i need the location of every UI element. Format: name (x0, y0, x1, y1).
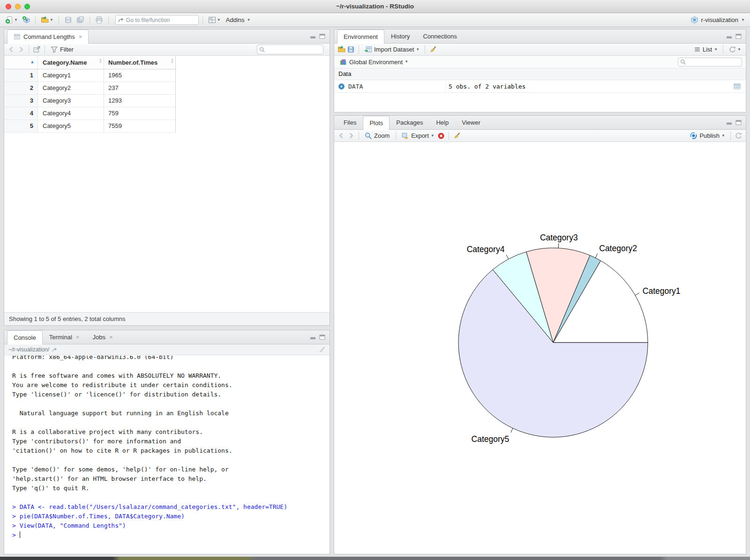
next-plot-icon[interactable] (347, 132, 355, 140)
share-arrow-icon[interactable] (52, 347, 58, 353)
broom-icon[interactable] (429, 45, 437, 53)
column-header[interactable]: Category.Name▲▼ (38, 56, 104, 69)
previous-plot-icon[interactable] (338, 132, 345, 140)
data-grid-icon[interactable] (733, 82, 741, 90)
category-cell: Category3 (38, 95, 104, 107)
pie-label-tick (511, 428, 513, 433)
console-line: > DATA <- read.table("/Users/lsalazar/co… (12, 502, 330, 512)
tab-label: Jobs (92, 331, 105, 344)
open-file-button[interactable]: ▼ (39, 15, 55, 25)
maximize-pane-icon[interactable] (319, 335, 325, 340)
remove-plot-icon[interactable] (437, 132, 445, 140)
broom-icon[interactable] (318, 346, 325, 353)
console-line: You are welcome to redistribute it under… (12, 381, 330, 390)
close-tab-icon[interactable]: × (109, 331, 113, 344)
table-row[interactable]: 3 Category3 1293 (4, 95, 176, 107)
viewer-search-box (257, 45, 323, 54)
environment-object-row[interactable]: DATA 5 obs. of 2 variables (334, 80, 746, 93)
tab-viewer[interactable]: Viewer (455, 116, 487, 129)
filter-button[interactable]: Filter (49, 45, 76, 54)
tab-label: Plots (369, 117, 383, 130)
search-icon (680, 59, 686, 65)
close-tab-icon[interactable]: × (79, 30, 82, 44)
minimize-pane-icon[interactable] (310, 34, 316, 39)
viewer-search-input[interactable] (265, 46, 323, 53)
table-row[interactable]: 1 Category1 1965 (4, 69, 176, 82)
save-button[interactable] (63, 15, 74, 25)
print-button[interactable] (94, 15, 105, 25)
goto-file-box (115, 15, 199, 25)
environment-search-input[interactable] (686, 59, 742, 65)
popout-icon[interactable] (33, 45, 41, 53)
console-output[interactable]: Platform: x86_64-apple-darwin13.6.0 (64-… (4, 356, 330, 554)
publish-icon (690, 132, 698, 140)
import-dataset-button[interactable]: Import Dataset ▼ (363, 45, 421, 54)
refresh-env-button[interactable]: ▼ (727, 45, 742, 54)
export-plot-button[interactable]: Export ▼ (400, 131, 436, 141)
pie-slice-label: Category5 (472, 434, 510, 444)
category-cell: Category2 (38, 82, 104, 94)
tab-help[interactable]: Help (429, 116, 455, 129)
minimize-pane-icon[interactable] (726, 34, 732, 39)
new-project-button[interactable]: R (21, 15, 31, 25)
column-header[interactable]: Number.of.Times▲▼ (104, 56, 176, 69)
import-dataset-icon (364, 45, 372, 53)
sort-icons: ▲▼ (99, 58, 102, 64)
console-line: 'help.start()' for an HTML browser inter… (12, 474, 330, 484)
maximize-pane-icon[interactable] (735, 34, 742, 39)
tab-command-lengths[interactable]: Command Lengths × (7, 30, 89, 44)
table-row[interactable]: 5 Category5 7559 (4, 120, 176, 133)
tab-jobs[interactable]: Jobs× (86, 330, 119, 344)
category-cell: Category1 (38, 69, 104, 82)
zoom-plot-button[interactable]: Zoom (363, 131, 392, 141)
goto-file-input[interactable] (126, 17, 192, 23)
new-file-button[interactable]: ▼ (4, 15, 19, 25)
list-view-button[interactable]: List ▼ (692, 45, 719, 54)
close-tab-icon[interactable]: × (76, 331, 80, 344)
chevron-down-icon: ▼ (416, 48, 420, 52)
tab-console[interactable]: Console (7, 330, 43, 344)
console-line (12, 493, 330, 502)
tab-files[interactable]: Files (337, 116, 363, 129)
tab-packages[interactable]: Packages (390, 116, 429, 129)
maximize-pane-icon[interactable] (319, 34, 325, 39)
data-section-header: Data (334, 68, 746, 80)
chevron-down-icon: ▼ (741, 18, 745, 22)
table-row[interactable]: 2 Category2 237 (4, 82, 176, 95)
chevron-down-icon: ▼ (431, 134, 435, 138)
forward-icon[interactable] (17, 45, 25, 53)
maximize-pane-icon[interactable] (735, 120, 742, 125)
project-menu-button[interactable]: R r-visualization ▼ (689, 15, 746, 25)
toolbar-separator (108, 15, 109, 24)
addins-label: Addins (226, 16, 245, 23)
console-line: R is a collaborative project with many c… (12, 427, 330, 437)
tab-history[interactable]: History (384, 30, 416, 43)
save-env-icon[interactable] (347, 45, 355, 53)
tab-terminal[interactable]: Terminal× (43, 330, 86, 344)
tab-label: Console (14, 331, 36, 344)
minimize-pane-icon[interactable] (310, 335, 316, 340)
back-icon[interactable] (8, 45, 15, 53)
tab-plots[interactable]: Plots (363, 116, 390, 130)
sort-ascending-icon: ▲ (30, 60, 35, 64)
tab-environment[interactable]: Environment (337, 30, 384, 44)
minimize-pane-icon[interactable] (726, 120, 732, 125)
save-all-button[interactable] (75, 15, 86, 25)
panes-layout-button[interactable]: ▼ (207, 15, 222, 25)
toolbar-separator (359, 45, 359, 54)
row-number-cell: 3 (4, 95, 38, 107)
row-number-header[interactable]: ▲ (4, 56, 38, 69)
refresh-plot-icon[interactable] (735, 132, 742, 140)
publish-button[interactable]: Publish ▼ (688, 131, 727, 141)
column-header-label: Category.Name (43, 59, 87, 66)
tab-connections[interactable]: Connections (416, 30, 463, 43)
table-row[interactable]: 4 Category4 759 (4, 107, 176, 120)
open-env-icon[interactable] (338, 45, 345, 53)
row-number-cell: 5 (4, 120, 38, 132)
addins-button[interactable]: Addins ▼ (224, 15, 252, 24)
table-footer-status: Showing 1 to 5 of 5 entries, 2 total col… (4, 312, 330, 325)
broom-icon[interactable] (453, 132, 461, 140)
play-circle-icon[interactable] (338, 83, 345, 90)
project-name: r-visualization (701, 16, 738, 23)
environment-scope-button[interactable]: Global Environment ▼ (338, 57, 410, 67)
